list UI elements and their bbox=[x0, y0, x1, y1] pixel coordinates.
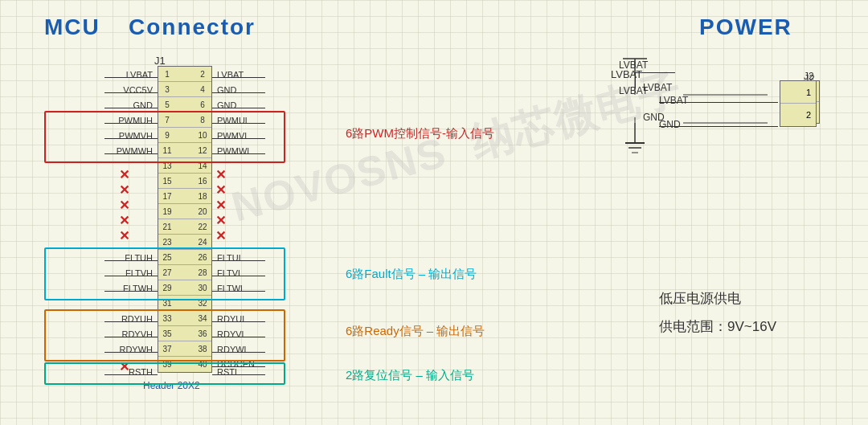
signal-lvbat-left: LVBAT bbox=[48, 70, 153, 80]
line-gnd-r2 bbox=[212, 108, 265, 108]
svg-text:LVBAT: LVBAT bbox=[643, 82, 673, 93]
line-vcc5v bbox=[104, 92, 158, 93]
pin-1: 1 bbox=[162, 70, 173, 79]
pin-24: 24 bbox=[197, 238, 208, 247]
line-gnd-r1 bbox=[212, 92, 265, 93]
line-lvbat bbox=[104, 77, 158, 78]
pin-20: 20 bbox=[197, 207, 208, 216]
connector-title: Connector bbox=[129, 14, 256, 40]
signal-lvbat-right: LVBAT bbox=[217, 70, 244, 80]
x-marker-r1: ✕ bbox=[215, 167, 226, 182]
j2-body-proper: 1 2 bbox=[780, 80, 817, 127]
pin-21: 21 bbox=[162, 223, 173, 231]
pin-23: 23 bbox=[162, 238, 173, 247]
x-marker-4: ✕ bbox=[119, 213, 129, 228]
pin-16: 16 bbox=[197, 177, 208, 186]
signal-gnd-right-2: GND bbox=[217, 100, 236, 110]
j2-row-1-proper: 1 bbox=[780, 81, 816, 104]
pin-15: 15 bbox=[162, 177, 173, 186]
desc-reset: 2路复位信号 – 输入信号 bbox=[346, 368, 474, 383]
supply-text-1: 低压电源供电 bbox=[659, 289, 741, 308]
x-marker-r4: ✕ bbox=[215, 213, 226, 228]
supply-text-2: 供电范围：9V~16V bbox=[659, 317, 776, 336]
box-ready bbox=[44, 309, 285, 362]
mcu-title: MCU bbox=[44, 14, 100, 40]
line-gnd-1 bbox=[104, 108, 158, 108]
box-pwm bbox=[44, 111, 285, 163]
x-marker-1: ✕ bbox=[119, 167, 129, 182]
pin-6: 6 bbox=[197, 100, 208, 109]
power-title: POWER bbox=[699, 14, 792, 40]
x-marker-5: ✕ bbox=[119, 228, 129, 243]
x-marker-r2: ✕ bbox=[215, 182, 226, 198]
pin-5: 5 bbox=[162, 100, 173, 109]
j1-label: J1 bbox=[154, 55, 166, 67]
svg-text:GND: GND bbox=[643, 112, 665, 123]
x-marker-3: ✕ bbox=[119, 198, 129, 213]
x-marker-2: ✕ bbox=[119, 182, 129, 198]
pin-2: 2 bbox=[197, 70, 208, 79]
pin-4: 4 bbox=[197, 85, 208, 94]
pin-3: 3 bbox=[162, 85, 173, 94]
j2-label-proper: J2 bbox=[804, 71, 814, 82]
j2-row-2-proper: 2 bbox=[780, 104, 816, 126]
x-marker-r5: ✕ bbox=[215, 228, 226, 243]
pin-17: 17 bbox=[162, 192, 173, 201]
signal-gnd-left-1: GND bbox=[48, 100, 153, 110]
signal-vcc5v: VCC5V bbox=[48, 85, 153, 95]
signal-gnd-right-1: GND bbox=[217, 85, 236, 95]
line-lvbat-r bbox=[212, 77, 265, 78]
pin-18: 18 bbox=[197, 192, 208, 201]
box-reset bbox=[44, 362, 285, 385]
x-marker-r3: ✕ bbox=[215, 198, 226, 213]
pin-19: 19 bbox=[162, 207, 173, 216]
box-fault bbox=[44, 247, 285, 300]
pin-22: 22 bbox=[197, 223, 208, 231]
desc-pwm: 6路PWM控制信号-输入信号 bbox=[346, 126, 494, 141]
desc-ready: 6路Ready信号 – 输出信号 bbox=[346, 324, 485, 339]
desc-fault: 6路Fault信号 – 输出信号 bbox=[346, 267, 477, 282]
